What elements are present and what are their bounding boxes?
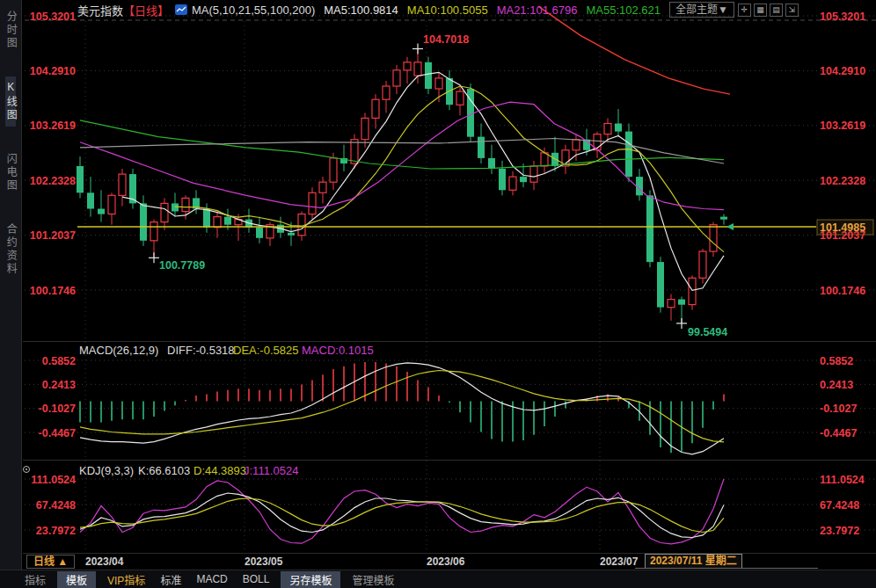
chart-svg: 101.4985104.7018100.778999.5494105.32011… [23,0,876,553]
svg-text:67.4248: 67.4248 [820,499,859,512]
line-chart-icon [175,4,187,15]
toolbar-item-4[interactable]: MACD [193,572,230,586]
svg-text:101.2037: 101.2037 [30,229,76,242]
svg-text:0.2413: 0.2413 [42,379,76,391]
svg-text:D:44.3893: D:44.3893 [193,464,246,477]
candlesticks [77,49,727,323]
date-tick-3: 2023/07 [600,555,638,568]
chart-header: 美元指数 【日线】 MA(5,10,21,55,100,200) MA5:100… [23,0,876,19]
svg-text:111.0524: 111.0524 [31,474,76,486]
toolbar-item-1[interactable]: 模板 [57,571,96,588]
svg-text:J:111.0524: J:111.0524 [244,464,298,477]
last-price-line: 101.4985 [77,220,873,235]
svg-text:100.1746: 100.1746 [820,285,865,297]
header-ma-value-1: MA10:100.5055 [407,4,488,17]
period-up-arrow-icon: ▲ [57,555,68,568]
svg-text:100.1746: 100.1746 [30,285,76,297]
svg-text:104.2910: 104.2910 [820,65,865,77]
toolbar-item-5[interactable]: BOLL [239,572,274,586]
svg-text:K:66.6103: K:66.6103 [138,464,190,477]
svg-text:101.2037: 101.2037 [820,229,865,242]
date-axis-row: 日线 ▲ 2023/042023/052023/062023/07 2023/0… [23,553,876,570]
date-tick-0: 2023/04 [85,555,123,568]
svg-text:-0.1027: -0.1027 [820,403,857,415]
svg-text:DIFF:-0.5318: DIFF:-0.5318 [167,344,235,357]
svg-text:104.2910: 104.2910 [30,65,76,77]
svg-text:23.7972: 23.7972 [36,525,76,537]
theme-dropdown-button[interactable]: 全部主题▼ [669,2,734,18]
svg-text:102.2328: 102.2328 [30,175,76,187]
svg-text:KDJ(9,3,3): KDJ(9,3,3) [79,464,134,477]
date-tick-2: 2023/06 [427,555,464,568]
period-label: 【日线】 [123,2,169,18]
period-selector-button[interactable]: 日线 ▲ [26,555,75,569]
svg-text:-0.4467: -0.4467 [820,427,857,439]
svg-text:103.2619: 103.2619 [30,120,76,132]
svg-text:23.7972: 23.7972 [820,525,859,537]
svg-text:67.4248: 67.4248 [36,499,76,512]
header-ma-value-2: MA21:101.6796 [497,4,578,17]
trading-terminal: 101.4985104.7018100.778999.5494105.32011… [0,0,876,588]
symbol-title: 美元指数 [77,2,123,18]
sidebar-tab-2[interactable]: 闪电图 [5,149,17,197]
left-sidebar: 分时图K线图闪电图合约资料 [0,0,22,570]
svg-text:MACD:0.1015: MACD:0.1015 [302,344,374,357]
svg-text:100.7789: 100.7789 [159,259,205,272]
header-buttons: 全部主题▼ ✛▦▤⇲ [669,2,799,18]
svg-text:MACD(26,12,9): MACD(26,12,9) [79,344,158,357]
date-tick-1: 2023/05 [245,555,282,568]
current-date-badge: 2023/07/11 星期二 [645,554,742,569]
svg-text:111.0524: 111.0524 [820,474,865,486]
bottom-toolbar: 指标模板VIP指标标准MACDBOLL另存模板管理模板 [0,570,876,588]
sidebar-tab-3[interactable]: 合约资料 [5,219,17,280]
header-ma-value-3: MA55:102.621 [586,4,661,17]
ma-lines [80,6,730,290]
pane-chart-left-icon[interactable]: ▦ [754,4,767,17]
sidebar-tab-1[interactable]: K线图 [5,76,17,127]
period-selector-label: 日线 [33,555,55,568]
svg-text:0.2413: 0.2413 [820,379,853,391]
svg-text:0.5852: 0.5852 [42,355,76,367]
toolbar-item-7[interactable]: 管理模板 [348,571,398,588]
svg-text:99.5494: 99.5494 [688,326,727,338]
toolbar-item-6[interactable]: 另存模板 [281,571,340,588]
toolbar-item-3[interactable]: 标准 [157,571,185,588]
date-underline [635,568,818,569]
toolbar-item-2[interactable]: VIP指标 [104,571,149,588]
header-icon-buttons: ✛▦▤⇲ [738,4,799,17]
svg-text:DEA:-0.5825: DEA:-0.5825 [233,344,298,357]
svg-text:-0.4467: -0.4467 [39,427,76,439]
last-price-arrow-icon [726,223,734,230]
svg-text:104.7018: 104.7018 [423,33,469,46]
move-icon[interactable]: ✛ [738,4,751,17]
ma-values: MA5:100.9814MA10:100.5055MA21:101.6796MA… [324,4,669,17]
header-ma-value-0: MA5:100.9814 [324,4,398,17]
pane-chart-right-icon[interactable]: ▤ [770,4,783,17]
sidebar-tab-0[interactable]: 分时图 [5,6,17,54]
toolbar-item-0[interactable]: 指标 [21,571,49,588]
export-pane-icon[interactable]: ⇲ [785,4,799,17]
svg-text:103.2619: 103.2619 [820,120,865,132]
svg-text:-0.1027: -0.1027 [39,403,76,415]
kdj-panel [24,467,725,544]
ma-params-label: MA(5,10,21,55,100,200) [192,4,315,17]
svg-text:102.2328: 102.2328 [820,175,865,187]
svg-text:0.5852: 0.5852 [820,355,853,367]
